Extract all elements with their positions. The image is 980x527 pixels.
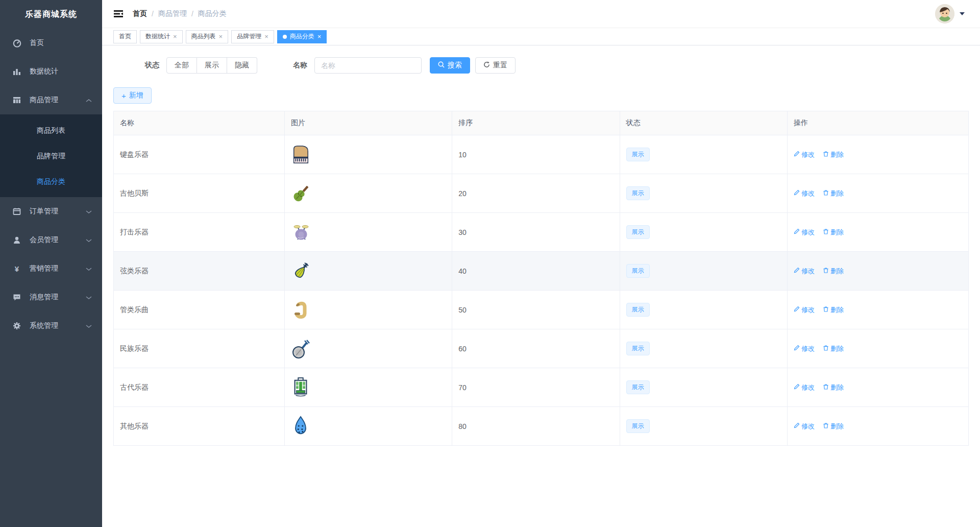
search-button[interactable]: 搜索 [430, 57, 470, 74]
edit-button[interactable]: 修改 [794, 189, 815, 198]
close-icon[interactable]: × [317, 33, 322, 40]
pencil-icon [794, 384, 800, 391]
delete-button[interactable]: 删除 [823, 267, 844, 276]
sidebar-item-products[interactable]: 商品管理 [0, 86, 102, 114]
delete-label: 删除 [830, 344, 844, 353]
category-name: 其他乐器 [114, 407, 285, 446]
category-name: 民族乐器 [114, 329, 285, 368]
sidebar-item-home[interactable]: 首页 [0, 29, 102, 57]
category-sort: 40 [452, 252, 620, 291]
add-button[interactable]: + 新增 [113, 87, 152, 104]
sidebar-collapse-icon[interactable] [113, 9, 124, 19]
sidebar-item-label: 数据统计 [30, 67, 58, 76]
tab-brand-management[interactable]: 品牌管理× [231, 30, 274, 43]
delete-button[interactable]: 删除 [823, 228, 844, 237]
delete-label: 删除 [830, 189, 844, 198]
active-tab-dot [283, 35, 287, 39]
category-image-cell [285, 407, 452, 446]
delete-button[interactable]: 删除 [823, 344, 844, 353]
tab-product-list[interactable]: 商品列表× [186, 30, 229, 43]
status-segmented-control: 全部 展示 隐藏 [166, 57, 257, 74]
edit-label: 修改 [801, 422, 815, 431]
column-header-name: 名称 [114, 111, 285, 135]
chevron-down-icon [86, 322, 92, 330]
edit-label: 修改 [801, 189, 815, 198]
sidebar-item-system[interactable]: 系统管理 [0, 312, 102, 340]
category-table: 名称 图片 排序 状态 操作 键盘乐器 10展示修改删除吉他贝斯 20展示修改删… [113, 111, 969, 446]
category-sort: 20 [452, 174, 620, 213]
category-image-cell [285, 252, 452, 291]
sidebar-item-brand-management[interactable]: 品牌管理 [0, 143, 102, 169]
table-header-row: 名称 图片 排序 状态 操作 [114, 111, 969, 135]
edit-button[interactable]: 修改 [794, 228, 815, 237]
user-menu-caret-icon[interactable] [960, 12, 965, 15]
category-name: 管类乐曲 [114, 291, 285, 329]
saxophone-icon [291, 299, 446, 321]
close-icon[interactable]: × [264, 33, 268, 40]
tab-home[interactable]: 首页 [113, 30, 137, 43]
edit-button[interactable]: 修改 [794, 383, 815, 392]
status-option-show[interactable]: 展示 [197, 57, 227, 74]
plus-icon: + [121, 91, 126, 100]
sidebar: 乐器商城系统 首页 数据统计 商品管理 商品列表 品牌管理 商品分类 订单管理 … [0, 0, 102, 527]
table-row: 打击乐器 30展示修改删除 [114, 213, 969, 252]
category-actions-cell: 修改删除 [787, 135, 968, 174]
column-header-actions: 操作 [787, 111, 968, 135]
trash-icon [823, 151, 829, 158]
close-icon[interactable]: × [219, 33, 223, 40]
column-header-sort: 排序 [452, 111, 620, 135]
category-actions-cell: 修改删除 [787, 291, 968, 329]
edit-button[interactable]: 修改 [794, 267, 815, 276]
breadcrumb-products[interactable]: 商品管理 [158, 9, 187, 18]
sidebar-item-product-list[interactable]: 商品列表 [0, 117, 102, 143]
reset-button[interactable]: 重置 [475, 57, 516, 74]
user-avatar[interactable] [935, 4, 954, 23]
close-icon[interactable]: × [173, 33, 177, 40]
delete-button[interactable]: 删除 [823, 189, 844, 198]
delete-button[interactable]: 删除 [823, 305, 844, 315]
sidebar-item-marketing[interactable]: ¥ 营销管理 [0, 254, 102, 283]
name-input[interactable] [314, 57, 422, 74]
sidebar-item-messages[interactable]: 消息管理 [0, 283, 102, 312]
sidebar-item-product-category[interactable]: 商品分类 [0, 169, 102, 194]
delete-button[interactable]: 删除 [823, 383, 844, 392]
category-image-cell [285, 135, 452, 174]
top-bar: 首页 / 商品管理 / 商品分类 [102, 0, 980, 28]
edit-button[interactable]: 修改 [794, 150, 815, 159]
table-row: 键盘乐器 10展示修改删除 [114, 135, 969, 174]
sidebar-item-orders[interactable]: 订单管理 [0, 197, 102, 226]
delete-button[interactable]: 删除 [823, 150, 844, 159]
category-actions-cell: 修改删除 [787, 252, 968, 291]
breadcrumb-home[interactable]: 首页 [133, 9, 147, 18]
category-status-cell: 展示 [620, 368, 787, 407]
status-option-all[interactable]: 全部 [166, 57, 197, 74]
category-actions-cell: 修改删除 [787, 407, 968, 446]
status-badge: 展示 [626, 380, 650, 394]
category-actions-cell: 修改删除 [787, 213, 968, 252]
tab-statistics[interactable]: 数据统计× [140, 30, 183, 43]
trash-icon [823, 422, 829, 430]
column-header-image: 图片 [285, 111, 452, 135]
table-row: 弦类乐器 40展示修改删除 [114, 252, 969, 291]
delete-label: 删除 [830, 422, 844, 431]
search-button-label: 搜索 [448, 61, 462, 70]
sidebar-item-members[interactable]: 会员管理 [0, 226, 102, 254]
edit-button[interactable]: 修改 [794, 305, 815, 315]
message-icon [12, 293, 21, 302]
edit-label: 修改 [801, 228, 815, 237]
refresh-icon [483, 61, 490, 69]
status-option-hide[interactable]: 隐藏 [227, 57, 257, 74]
tab-label: 商品列表 [191, 32, 216, 41]
sidebar-item-statistics[interactable]: 数据统计 [0, 57, 102, 86]
category-sort: 80 [452, 407, 620, 446]
pencil-icon [794, 422, 800, 430]
trash-icon [823, 345, 829, 352]
tab-product-category[interactable]: 商品分类× [277, 30, 327, 43]
delete-button[interactable]: 删除 [823, 422, 844, 431]
edit-label: 修改 [801, 344, 815, 353]
table-row: 管类乐曲 50展示修改删除 [114, 291, 969, 329]
filter-bar: 状态 全部 展示 隐藏 名称 搜索 重置 [113, 57, 969, 74]
chevron-down-icon [86, 207, 92, 215]
edit-button[interactable]: 修改 [794, 344, 815, 353]
edit-button[interactable]: 修改 [794, 422, 815, 431]
